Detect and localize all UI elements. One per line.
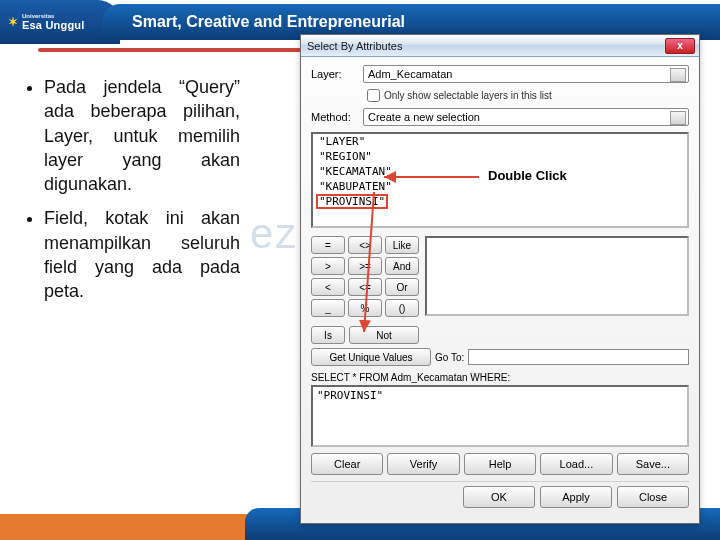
- goto-input[interactable]: [468, 349, 689, 365]
- op-lte-button[interactable]: <=: [348, 278, 382, 296]
- get-unique-values-button[interactable]: Get Unique Values: [311, 348, 431, 366]
- dialog-titlebar[interactable]: Select By Attributes x: [301, 35, 699, 57]
- apply-button[interactable]: Apply: [540, 486, 612, 508]
- op-like-button[interactable]: Like: [385, 236, 419, 254]
- bullet-item: Pada jendela “Query” ada beberapa piliha…: [44, 75, 240, 196]
- load-button[interactable]: Load...: [540, 453, 612, 475]
- field-item-highlighted[interactable]: "PROVINSI": [317, 195, 387, 208]
- university-name: Esa Unggul: [22, 19, 85, 31]
- op-paren-button[interactable]: (): [385, 299, 419, 317]
- clear-button[interactable]: Clear: [311, 453, 383, 475]
- double-click-annotation: Double Click: [488, 168, 567, 183]
- field-item[interactable]: "REGION": [313, 149, 687, 164]
- op-percent-button[interactable]: %: [348, 299, 382, 317]
- op-underscore-button[interactable]: _: [311, 299, 345, 317]
- op-eq-button[interactable]: =: [311, 236, 345, 254]
- bullet-list: Pada jendela “Query” ada beberapa piliha…: [30, 75, 240, 314]
- op-and-button[interactable]: And: [385, 257, 419, 275]
- layer-dropdown[interactable]: Adm_Kecamatan: [363, 65, 689, 83]
- save-button[interactable]: Save...: [617, 453, 689, 475]
- only-selectable-checkbox[interactable]: [367, 89, 380, 102]
- select-by-attributes-dialog: Select By Attributes x Layer: Adm_Kecama…: [300, 34, 700, 524]
- only-selectable-label: Only show selectable layers in this list: [384, 90, 552, 101]
- op-is-button[interactable]: Is: [311, 326, 345, 344]
- university-prefix: Universitas: [22, 13, 85, 19]
- layer-value: Adm_Kecamatan: [368, 68, 452, 80]
- close-dialog-button[interactable]: Close: [617, 486, 689, 508]
- op-neq-button[interactable]: <>: [348, 236, 382, 254]
- op-or-button[interactable]: Or: [385, 278, 419, 296]
- close-button[interactable]: x: [665, 38, 695, 54]
- logo-star-icon: ✶: [8, 15, 18, 29]
- goto-label: Go To:: [435, 352, 464, 363]
- layer-label: Layer:: [311, 68, 363, 80]
- method-label: Method:: [311, 111, 363, 123]
- dialog-title: Select By Attributes: [307, 40, 665, 52]
- op-lt-button[interactable]: <: [311, 278, 345, 296]
- query-textbox[interactable]: "PROVINSI": [311, 385, 689, 447]
- unique-values-list[interactable]: [425, 236, 689, 316]
- ok-button[interactable]: OK: [463, 486, 535, 508]
- help-button[interactable]: Help: [464, 453, 536, 475]
- bullet-item: Field, kotak ini akan menampilkan seluru…: [44, 206, 240, 303]
- op-not-button[interactable]: Not: [349, 326, 419, 344]
- close-icon: x: [677, 40, 683, 51]
- method-dropdown[interactable]: Create a new selection: [363, 108, 689, 126]
- method-value: Create a new selection: [368, 111, 480, 123]
- field-item[interactable]: "LAYER": [313, 134, 687, 149]
- op-gt-button[interactable]: >: [311, 257, 345, 275]
- verify-button[interactable]: Verify: [387, 453, 459, 475]
- select-from-label: SELECT * FROM Adm_Kecamatan WHERE:: [311, 372, 689, 383]
- op-gte-button[interactable]: >=: [348, 257, 382, 275]
- query-text: "PROVINSI": [317, 389, 383, 402]
